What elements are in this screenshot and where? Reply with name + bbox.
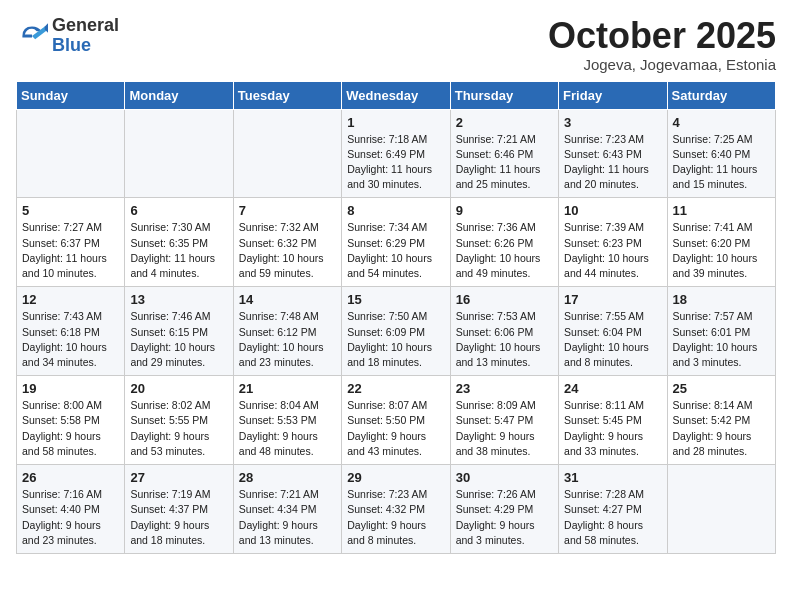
calendar-cell: 29Sunrise: 7:23 AM Sunset: 4:32 PM Dayli… [342, 465, 450, 554]
day-number: 17 [564, 292, 661, 307]
day-info: Sunrise: 7:50 AM Sunset: 6:09 PM Dayligh… [347, 309, 444, 370]
day-info: Sunrise: 8:00 AM Sunset: 5:58 PM Dayligh… [22, 398, 119, 459]
calendar-week-2: 12Sunrise: 7:43 AM Sunset: 6:18 PM Dayli… [17, 287, 776, 376]
day-number: 19 [22, 381, 119, 396]
day-info: Sunrise: 7:39 AM Sunset: 6:23 PM Dayligh… [564, 220, 661, 281]
calendar-cell: 12Sunrise: 7:43 AM Sunset: 6:18 PM Dayli… [17, 287, 125, 376]
day-number: 14 [239, 292, 336, 307]
calendar-cell: 3Sunrise: 7:23 AM Sunset: 6:43 PM Daylig… [559, 109, 667, 198]
day-info: Sunrise: 7:30 AM Sunset: 6:35 PM Dayligh… [130, 220, 227, 281]
day-info: Sunrise: 7:48 AM Sunset: 6:12 PM Dayligh… [239, 309, 336, 370]
day-info: Sunrise: 7:27 AM Sunset: 6:37 PM Dayligh… [22, 220, 119, 281]
day-number: 16 [456, 292, 553, 307]
day-number: 26 [22, 470, 119, 485]
calendar-cell: 22Sunrise: 8:07 AM Sunset: 5:50 PM Dayli… [342, 376, 450, 465]
day-number: 18 [673, 292, 770, 307]
logo-icon [16, 20, 48, 52]
location-subtitle: Jogeva, Jogevamaa, Estonia [548, 56, 776, 73]
calendar-cell: 28Sunrise: 7:21 AM Sunset: 4:34 PM Dayli… [233, 465, 341, 554]
day-info: Sunrise: 8:14 AM Sunset: 5:42 PM Dayligh… [673, 398, 770, 459]
day-info: Sunrise: 7:21 AM Sunset: 6:46 PM Dayligh… [456, 132, 553, 193]
month-title: October 2025 [548, 16, 776, 56]
day-number: 8 [347, 203, 444, 218]
calendar-cell: 30Sunrise: 7:26 AM Sunset: 4:29 PM Dayli… [450, 465, 558, 554]
header-day-wednesday: Wednesday [342, 81, 450, 109]
calendar-week-1: 5Sunrise: 7:27 AM Sunset: 6:37 PM Daylig… [17, 198, 776, 287]
day-number: 27 [130, 470, 227, 485]
calendar-cell: 31Sunrise: 7:28 AM Sunset: 4:27 PM Dayli… [559, 465, 667, 554]
day-number: 2 [456, 115, 553, 130]
calendar-cell: 24Sunrise: 8:11 AM Sunset: 5:45 PM Dayli… [559, 376, 667, 465]
calendar-week-4: 26Sunrise: 7:16 AM Sunset: 4:40 PM Dayli… [17, 465, 776, 554]
day-number: 29 [347, 470, 444, 485]
calendar-cell [233, 109, 341, 198]
calendar-cell: 9Sunrise: 7:36 AM Sunset: 6:26 PM Daylig… [450, 198, 558, 287]
day-info: Sunrise: 7:25 AM Sunset: 6:40 PM Dayligh… [673, 132, 770, 193]
calendar-cell: 17Sunrise: 7:55 AM Sunset: 6:04 PM Dayli… [559, 287, 667, 376]
day-info: Sunrise: 8:07 AM Sunset: 5:50 PM Dayligh… [347, 398, 444, 459]
day-number: 28 [239, 470, 336, 485]
day-number: 24 [564, 381, 661, 396]
day-number: 1 [347, 115, 444, 130]
header-day-thursday: Thursday [450, 81, 558, 109]
day-info: Sunrise: 8:04 AM Sunset: 5:53 PM Dayligh… [239, 398, 336, 459]
day-number: 5 [22, 203, 119, 218]
calendar-cell: 8Sunrise: 7:34 AM Sunset: 6:29 PM Daylig… [342, 198, 450, 287]
calendar-cell: 13Sunrise: 7:46 AM Sunset: 6:15 PM Dayli… [125, 287, 233, 376]
day-number: 7 [239, 203, 336, 218]
day-number: 23 [456, 381, 553, 396]
calendar-cell: 25Sunrise: 8:14 AM Sunset: 5:42 PM Dayli… [667, 376, 775, 465]
calendar-cell: 21Sunrise: 8:04 AM Sunset: 5:53 PM Dayli… [233, 376, 341, 465]
calendar-cell: 20Sunrise: 8:02 AM Sunset: 5:55 PM Dayli… [125, 376, 233, 465]
day-info: Sunrise: 7:43 AM Sunset: 6:18 PM Dayligh… [22, 309, 119, 370]
day-number: 12 [22, 292, 119, 307]
day-info: Sunrise: 7:32 AM Sunset: 6:32 PM Dayligh… [239, 220, 336, 281]
day-number: 4 [673, 115, 770, 130]
calendar-cell: 2Sunrise: 7:21 AM Sunset: 6:46 PM Daylig… [450, 109, 558, 198]
calendar-cell: 1Sunrise: 7:18 AM Sunset: 6:49 PM Daylig… [342, 109, 450, 198]
day-number: 9 [456, 203, 553, 218]
page-header: General Blue October 2025 Jogeva, Jogeva… [16, 16, 776, 73]
day-info: Sunrise: 8:11 AM Sunset: 5:45 PM Dayligh… [564, 398, 661, 459]
calendar-cell [125, 109, 233, 198]
calendar-header: SundayMondayTuesdayWednesdayThursdayFrid… [17, 81, 776, 109]
calendar-cell: 6Sunrise: 7:30 AM Sunset: 6:35 PM Daylig… [125, 198, 233, 287]
day-info: Sunrise: 7:21 AM Sunset: 4:34 PM Dayligh… [239, 487, 336, 548]
day-info: Sunrise: 7:34 AM Sunset: 6:29 PM Dayligh… [347, 220, 444, 281]
day-number: 22 [347, 381, 444, 396]
day-info: Sunrise: 7:46 AM Sunset: 6:15 PM Dayligh… [130, 309, 227, 370]
header-row: SundayMondayTuesdayWednesdayThursdayFrid… [17, 81, 776, 109]
calendar-cell: 15Sunrise: 7:50 AM Sunset: 6:09 PM Dayli… [342, 287, 450, 376]
day-info: Sunrise: 7:55 AM Sunset: 6:04 PM Dayligh… [564, 309, 661, 370]
calendar-cell: 16Sunrise: 7:53 AM Sunset: 6:06 PM Dayli… [450, 287, 558, 376]
day-info: Sunrise: 7:19 AM Sunset: 4:37 PM Dayligh… [130, 487, 227, 548]
day-number: 15 [347, 292, 444, 307]
day-info: Sunrise: 7:16 AM Sunset: 4:40 PM Dayligh… [22, 487, 119, 548]
calendar-table: SundayMondayTuesdayWednesdayThursdayFrid… [16, 81, 776, 554]
day-info: Sunrise: 7:53 AM Sunset: 6:06 PM Dayligh… [456, 309, 553, 370]
header-day-saturday: Saturday [667, 81, 775, 109]
day-info: Sunrise: 8:02 AM Sunset: 5:55 PM Dayligh… [130, 398, 227, 459]
day-number: 10 [564, 203, 661, 218]
title-block: October 2025 Jogeva, Jogevamaa, Estonia [548, 16, 776, 73]
header-day-tuesday: Tuesday [233, 81, 341, 109]
day-number: 21 [239, 381, 336, 396]
calendar-cell: 27Sunrise: 7:19 AM Sunset: 4:37 PM Dayli… [125, 465, 233, 554]
calendar-cell [667, 465, 775, 554]
calendar-cell: 4Sunrise: 7:25 AM Sunset: 6:40 PM Daylig… [667, 109, 775, 198]
calendar-cell: 7Sunrise: 7:32 AM Sunset: 6:32 PM Daylig… [233, 198, 341, 287]
header-day-friday: Friday [559, 81, 667, 109]
header-day-sunday: Sunday [17, 81, 125, 109]
calendar-body: 1Sunrise: 7:18 AM Sunset: 6:49 PM Daylig… [17, 109, 776, 553]
calendar-week-0: 1Sunrise: 7:18 AM Sunset: 6:49 PM Daylig… [17, 109, 776, 198]
calendar-cell: 5Sunrise: 7:27 AM Sunset: 6:37 PM Daylig… [17, 198, 125, 287]
day-number: 6 [130, 203, 227, 218]
day-info: Sunrise: 7:26 AM Sunset: 4:29 PM Dayligh… [456, 487, 553, 548]
day-info: Sunrise: 7:23 AM Sunset: 4:32 PM Dayligh… [347, 487, 444, 548]
calendar-week-3: 19Sunrise: 8:00 AM Sunset: 5:58 PM Dayli… [17, 376, 776, 465]
day-info: Sunrise: 7:28 AM Sunset: 4:27 PM Dayligh… [564, 487, 661, 548]
calendar-cell: 14Sunrise: 7:48 AM Sunset: 6:12 PM Dayli… [233, 287, 341, 376]
day-number: 13 [130, 292, 227, 307]
day-info: Sunrise: 7:57 AM Sunset: 6:01 PM Dayligh… [673, 309, 770, 370]
day-info: Sunrise: 7:18 AM Sunset: 6:49 PM Dayligh… [347, 132, 444, 193]
